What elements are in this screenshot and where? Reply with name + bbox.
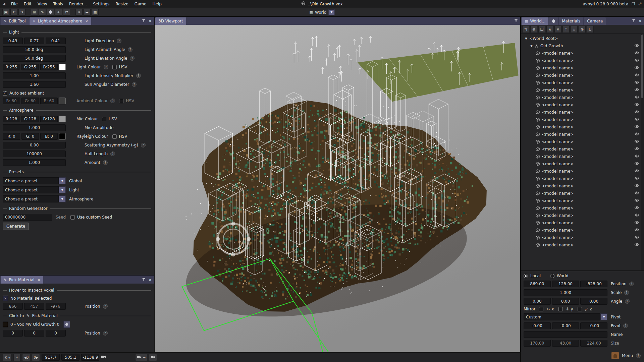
tree-item-model[interactable]: <model name> — [521, 219, 644, 227]
duplicate-model-icon[interactable]: ❏ — [538, 26, 545, 33]
position-x-field[interactable]: 869.00 — [524, 281, 551, 287]
ambient-swatch[interactable] — [59, 98, 66, 104]
pick-y-field[interactable]: 0 — [24, 330, 44, 337]
preset-select-global[interactable]: Choose a preset▼ — [3, 177, 66, 184]
dock-menu-icon[interactable] — [514, 19, 518, 23]
help-icon[interactable]: ? — [117, 39, 121, 43]
help-icon[interactable]: ? — [141, 143, 146, 147]
pivot-preset-select[interactable]: Custom ▼ — [524, 313, 607, 320]
mie-amplitude-field[interactable]: 1.000 — [3, 124, 66, 131]
tree-item-model[interactable]: <model name> — [521, 94, 644, 101]
pivot-x-field[interactable]: -0.00 — [524, 322, 551, 329]
tree-item-model[interactable]: <model name> — [521, 160, 644, 168]
close-icon[interactable]: ✕ — [149, 19, 152, 23]
tree-item-world-root[interactable]: ▼ <World Root> — [521, 35, 644, 42]
visibility-eye-icon[interactable] — [634, 95, 639, 99]
edit-pencil-icon[interactable]: ✎ — [39, 9, 46, 16]
azimuth-field[interactable]: 50.0 deg — [3, 46, 66, 53]
tree-item-model[interactable]: <model name> — [521, 241, 644, 249]
help-icon[interactable]: ? — [128, 47, 132, 52]
pivot-z-field[interactable]: -0.00 — [580, 322, 607, 329]
help-icon[interactable]: ? — [130, 56, 135, 61]
menu-resize[interactable]: Resize — [112, 1, 131, 7]
tab-light-and-atmosphere[interactable]: ☀ Light and Atmosphere ✕ — [30, 17, 91, 25]
visibility-eye-icon[interactable] — [634, 80, 639, 84]
mirror-y-checkbox[interactable] — [558, 307, 563, 311]
help-icon[interactable]: ? — [110, 152, 115, 156]
tab-edit-tool[interactable]: ✎ Edit Tool — [1, 17, 29, 25]
pivot-y-field[interactable]: -0.00 — [552, 322, 579, 329]
help-icon[interactable]: ? — [636, 353, 641, 358]
move-to-bottom-icon[interactable]: ⤓ — [571, 26, 578, 33]
origin-pin-button[interactable]: ⌖ — [13, 354, 20, 361]
angle-y-field[interactable]: 0.00 — [552, 298, 579, 305]
pick-x-field[interactable]: 0 — [3, 330, 23, 337]
menu-render[interactable]: Render... — [66, 1, 90, 7]
local-radio[interactable] — [524, 274, 528, 278]
tree-item-model[interactable]: <model name> — [521, 204, 644, 212]
help-icon[interactable]: ? — [103, 304, 108, 309]
menu-settings[interactable]: Settings — [90, 1, 112, 7]
paint-drop-icon[interactable] — [47, 9, 54, 16]
light-colour-r-field[interactable]: R:255 — [3, 64, 20, 70]
visibility-eye-icon[interactable] — [634, 213, 639, 217]
tree-item-model[interactable]: <model name> — [521, 131, 644, 138]
tree-item-model[interactable]: <model name> — [521, 175, 644, 182]
tree-item-model[interactable]: <model name> — [521, 79, 644, 86]
back-icon[interactable]: ◀ — [3, 2, 5, 6]
save-icon[interactable]: ▣ — [2, 9, 9, 16]
rayleigh-swatch[interactable] — [59, 133, 66, 140]
ambient-b-field[interactable]: B: 60 — [40, 98, 58, 104]
visibility-eye-icon[interactable] — [634, 169, 639, 173]
tree-item-model[interactable]: <model name> — [521, 109, 644, 116]
eyedropper-icon[interactable]: ✒ — [55, 9, 62, 16]
visibility-eye-icon[interactable] — [634, 51, 639, 55]
reset-axis-button[interactable]: ⟲ y — [3, 354, 12, 361]
tab-camera[interactable]: Camera — [584, 17, 606, 25]
rayleigh-b-field[interactable]: B: 0 — [40, 133, 58, 140]
scattering-field[interactable]: 0.00 — [3, 142, 66, 148]
visibility-eye-icon[interactable] — [634, 44, 639, 47]
chevron-down-icon[interactable]: ▼ — [59, 195, 66, 202]
chevron-down-icon[interactable]: ▼ — [600, 313, 607, 320]
panels-icon[interactable]: ⊞ — [31, 9, 38, 16]
elevation-field[interactable]: 50.0 deg — [3, 55, 66, 62]
visibility-eye-icon[interactable] — [634, 58, 639, 62]
mie-g-field[interactable]: G:128 — [21, 116, 39, 122]
angle-x-field[interactable]: 0.00 — [524, 298, 551, 305]
group-models-icon[interactable]: ⊕ — [530, 26, 537, 33]
mie-hsv-checkbox[interactable] — [102, 117, 106, 121]
undo-icon[interactable]: ↶ — [10, 9, 17, 16]
record-icon[interactable]: ► — [84, 9, 91, 16]
light-direction-z-field[interactable]: 0.41 — [46, 38, 66, 44]
visibility-eye-icon[interactable] — [634, 206, 639, 209]
fullscreen-icon[interactable]: ⤢ — [638, 2, 641, 6]
render-icon[interactable]: ✳ — [75, 9, 83, 16]
help-icon[interactable]: ? — [136, 73, 141, 78]
tree-item-model[interactable]: <model name> — [521, 153, 644, 160]
tree-item-model[interactable]: <model name> — [521, 227, 644, 234]
scrollbar-thumb[interactable] — [641, 35, 643, 98]
visibility-eye-icon[interactable] — [634, 66, 639, 69]
camera-follow-button[interactable]: → — [135, 354, 147, 361]
tree-item-model[interactable]: <model name> — [521, 72, 644, 79]
visibility-eye-icon[interactable] — [634, 184, 639, 187]
ambient-g-field[interactable]: G: 60 — [21, 98, 39, 104]
mie-r-field[interactable]: R:128 — [3, 116, 20, 122]
model-name-input[interactable] — [524, 331, 607, 338]
link-models-icon[interactable]: ⇆ — [522, 26, 529, 33]
screenshot-icon[interactable]: ▦ — [92, 9, 99, 16]
rayleigh-g-field[interactable]: G: 0 — [21, 133, 39, 140]
visibility-eye-icon[interactable] — [634, 147, 639, 150]
visibility-eye-icon[interactable] — [634, 110, 639, 114]
world-radio[interactable] — [550, 274, 554, 278]
tree-item-model[interactable]: <model name> — [521, 212, 644, 219]
dock-menu-icon[interactable] — [142, 278, 146, 282]
avatar[interactable] — [611, 352, 619, 359]
menu-label[interactable]: Menu — [622, 353, 633, 358]
help-icon[interactable]: ? — [103, 331, 108, 336]
half-length-field[interactable]: 100000 — [3, 150, 66, 157]
prev-frame-button[interactable]: ◀0 — [22, 354, 30, 361]
rayleigh-r-field[interactable]: R: 0 — [3, 133, 20, 140]
position-z-field[interactable]: -828.00 — [580, 281, 607, 287]
